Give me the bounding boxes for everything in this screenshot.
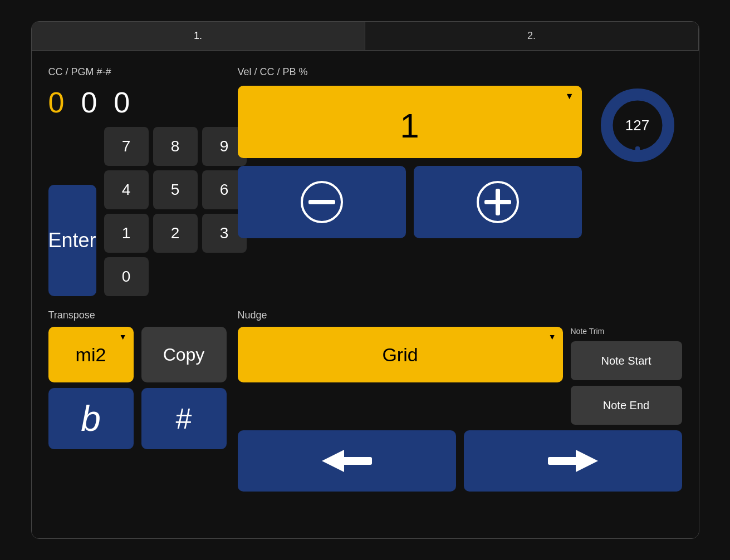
vel-display[interactable]: ▼ 1	[238, 86, 582, 158]
transpose-value: mi2	[76, 344, 106, 366]
nudge-label: Nudge	[238, 310, 682, 321]
minus-button[interactable]	[238, 166, 406, 238]
display-val2: 0	[81, 86, 97, 119]
num-btn-2[interactable]: 2	[153, 214, 198, 253]
num-btn-1[interactable]: 1	[104, 214, 149, 253]
numpad: 7 8 9 4 5 6 1 2 3 0	[104, 127, 247, 296]
note-trim-label: Note Trim	[571, 327, 682, 336]
num-btn-5[interactable]: 5	[153, 170, 198, 209]
num-btn-0[interactable]: 0	[104, 257, 149, 296]
enter-button[interactable]: Enter	[48, 185, 96, 296]
sharp-button[interactable]: #	[141, 388, 227, 449]
app-container: 1. 2. CC / PGM #-# 0 0 0 Enter 7	[31, 21, 699, 539]
display-val3: 0	[114, 86, 130, 119]
transpose-dropdown[interactable]: ▼ mi2	[48, 327, 134, 382]
note-trim-panel: Note Trim Note Start Note End	[571, 327, 682, 425]
arrow-right-icon	[548, 447, 598, 475]
num-btn-4[interactable]: 4	[104, 170, 149, 209]
bottom-section: Transpose ▼ mi2 Copy b #	[48, 310, 682, 492]
nudge-arrow: ▼	[548, 332, 556, 341]
right-panel: 127	[593, 66, 682, 164]
arrow-left-icon	[322, 447, 372, 475]
tab-1[interactable]: 1.	[32, 22, 365, 50]
nudge-panel: Nudge ▼ Grid Note Trim Note Start Note E…	[238, 310, 682, 492]
vel-value: 1	[400, 106, 419, 145]
tab-bar: 1. 2.	[32, 22, 699, 51]
flat-button[interactable]: b	[48, 388, 134, 449]
minus-plus-row	[238, 166, 582, 238]
tab-2[interactable]: 2.	[365, 22, 699, 50]
cc-pgm-label: CC / PGM #-#	[48, 66, 227, 78]
num-btn-7[interactable]: 7	[104, 127, 149, 166]
display-row: 0 0 0	[48, 86, 227, 119]
flat-symbol: b	[81, 398, 101, 439]
tab-2-label: 2.	[527, 30, 536, 42]
svg-rect-11	[548, 457, 579, 465]
svg-rect-4	[496, 189, 500, 215]
mid-panel: Vel / CC / PB % ▼ 1	[238, 66, 582, 238]
svg-rect-1	[308, 200, 335, 204]
plus-icon	[476, 180, 520, 224]
vel-dropdown-arrow: ▼	[565, 91, 574, 101]
nudge-dropdown[interactable]: ▼ Grid	[238, 327, 563, 382]
knob-container[interactable]: 127	[599, 86, 677, 164]
plus-button[interactable]	[414, 166, 582, 238]
svg-marker-10	[576, 450, 598, 472]
transpose-arrow: ▼	[119, 332, 127, 341]
arrow-row	[238, 430, 682, 492]
numpad-enter-row: Enter 7 8 9 4 5 6 1 2 3 0	[48, 127, 227, 296]
transpose-label: Transpose	[48, 310, 227, 321]
arrow-right-button[interactable]	[464, 430, 682, 492]
vel-cc-label: Vel / CC / PB %	[238, 66, 582, 78]
knob-value: 127	[625, 117, 649, 134]
svg-rect-7	[635, 146, 640, 154]
transpose-row: ▼ mi2 Copy	[48, 327, 227, 382]
note-end-button[interactable]: Note End	[571, 386, 682, 425]
tab-1-label: 1.	[194, 30, 202, 42]
nudge-row: ▼ Grid Note Trim Note Start Note End	[238, 327, 682, 425]
minus-icon	[300, 180, 344, 224]
transpose-panel: Transpose ▼ mi2 Copy b #	[48, 310, 227, 449]
main-content: CC / PGM #-# 0 0 0 Enter 7 8 9 4 5 6 1	[32, 51, 699, 538]
left-panel: CC / PGM #-# 0 0 0 Enter 7 8 9 4 5 6 1	[48, 66, 227, 296]
flat-sharp-row: b #	[48, 388, 227, 449]
top-section: CC / PGM #-# 0 0 0 Enter 7 8 9 4 5 6 1	[48, 66, 682, 296]
arrow-left-button[interactable]	[238, 430, 456, 492]
sharp-symbol: #	[176, 402, 192, 435]
note-start-button[interactable]: Note Start	[571, 341, 682, 380]
copy-button[interactable]: Copy	[141, 327, 227, 382]
svg-marker-8	[322, 450, 344, 472]
nudge-value: Grid	[382, 344, 418, 366]
num-btn-8[interactable]: 8	[153, 127, 198, 166]
svg-rect-9	[341, 457, 372, 465]
display-val1: 0	[48, 86, 65, 119]
